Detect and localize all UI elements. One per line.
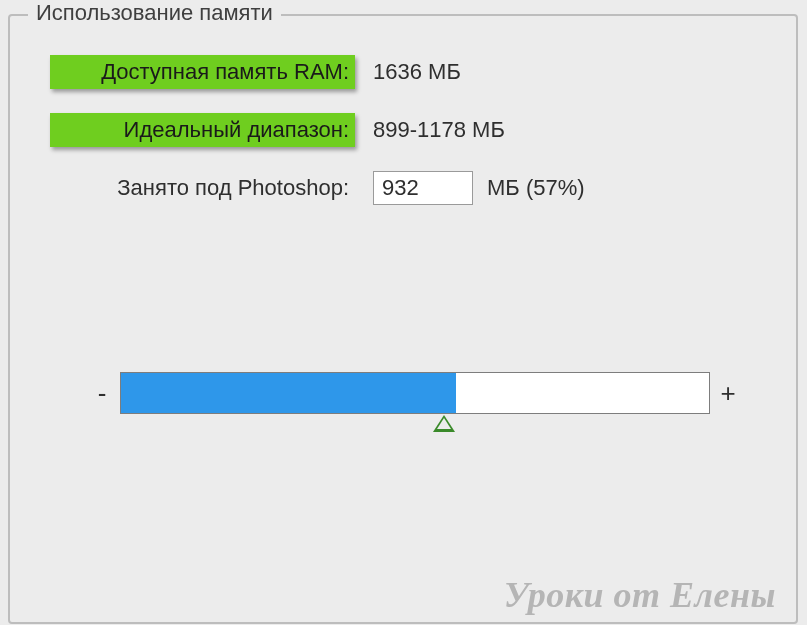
photoshop-usage-label: Занято под Photoshop: [50,175,355,201]
watermark-text: Уроки от Елены [504,574,776,616]
available-ram-value: 1636 МБ [373,59,461,85]
memory-slider-track[interactable] [120,372,710,414]
memory-usage-group: Использование памяти Доступная память RA… [8,14,798,624]
ideal-range-label: Идеальный диапазон: [50,113,355,147]
row-ideal-range: Идеальный диапазон: 899-1178 МБ [50,110,756,150]
slider-minus-icon[interactable]: - [84,378,120,409]
settings-rows: Доступная память RAM: 1636 МБ Идеальный … [10,16,796,208]
ideal-range-value: 899-1178 МБ [373,117,505,143]
group-legend: Использование памяти [28,0,281,26]
memory-slider-fill [121,373,456,413]
memory-slider-handle-inner [437,418,451,429]
photoshop-usage-unit: МБ (57%) [487,175,585,201]
available-ram-label: Доступная память RAM: [50,55,355,89]
slider-plus-icon[interactable]: + [710,378,746,409]
memory-slider-area: - + [84,372,746,414]
row-available-ram: Доступная память RAM: 1636 МБ [50,52,756,92]
photoshop-usage-input[interactable] [373,171,473,205]
row-photoshop-usage: Занято под Photoshop: МБ (57%) [50,168,756,208]
